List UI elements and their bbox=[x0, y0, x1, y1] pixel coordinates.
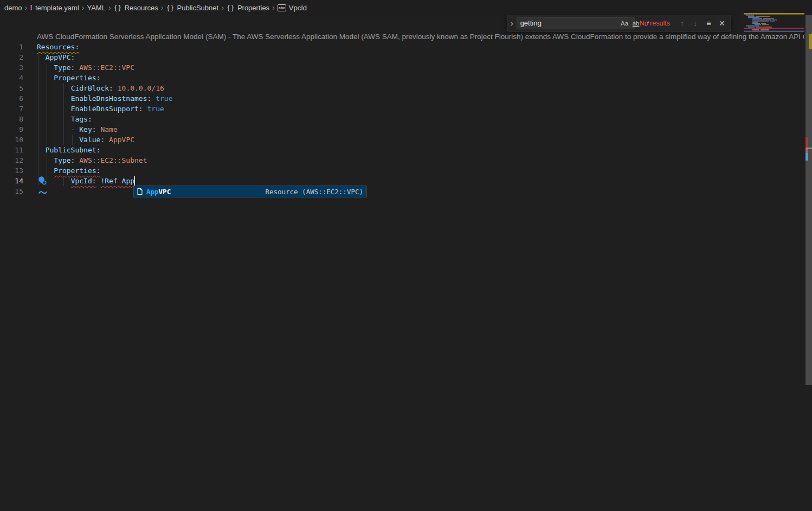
indent-guide bbox=[63, 124, 64, 135]
breadcrumb-separator: › bbox=[25, 4, 28, 11]
minimap[interactable] bbox=[744, 13, 804, 35]
breadcrumb-label: template.yaml bbox=[35, 4, 79, 12]
line-number[interactable]: 13 bbox=[0, 165, 23, 176]
find-input[interactable] bbox=[517, 18, 619, 29]
code-token bbox=[105, 136, 109, 144]
code-token bbox=[37, 74, 54, 82]
code-token: Value: bbox=[79, 136, 105, 144]
line-content: Type: AWS::EC2::VPC bbox=[37, 62, 134, 73]
toggle-replace-button[interactable]: › bbox=[507, 15, 517, 31]
indent-guide bbox=[63, 176, 64, 186]
line-number[interactable]: 8 bbox=[0, 114, 23, 124]
code-token: Resources: bbox=[37, 43, 79, 51]
code-token bbox=[37, 84, 71, 92]
indent-guide bbox=[38, 135, 38, 145]
code-line-12[interactable]: 12 Type: AWS::EC2::Subnet bbox=[0, 155, 804, 165]
symbol-string-icon: abc bbox=[278, 4, 286, 11]
fold-range-icon[interactable] bbox=[38, 190, 47, 194]
previous-match-icon[interactable]: ↑ bbox=[675, 19, 688, 28]
breadcrumb-item-vpcid[interactable]: abc VpcId bbox=[278, 4, 307, 12]
code-token bbox=[151, 94, 156, 103]
indent-guide bbox=[55, 176, 55, 186]
editor[interactable]: AWS CloudFormation Serverless Applicatio… bbox=[0, 15, 804, 511]
line-number[interactable]: 10 bbox=[0, 135, 23, 145]
breadcrumb-separator: › bbox=[221, 4, 224, 11]
indent-guide bbox=[63, 83, 64, 93]
code-line-7[interactable]: 7 EnableDnsSupport: true bbox=[0, 104, 804, 114]
code-line-2[interactable]: 2 AppVPC: bbox=[0, 52, 804, 62]
code-token: PublicSubnet: bbox=[46, 146, 101, 154]
breadcrumb-item-resources[interactable]: {} Resources bbox=[114, 4, 158, 12]
line-content: AppVPC: bbox=[37, 52, 75, 62]
code-line-15[interactable]: 15 bbox=[0, 186, 804, 196]
code-token bbox=[37, 115, 71, 123]
code-token bbox=[37, 136, 79, 144]
line-number[interactable]: 6 bbox=[0, 93, 23, 104]
line-number[interactable]: 7 bbox=[0, 104, 23, 114]
line-number[interactable]: 4 bbox=[0, 73, 23, 83]
code-token: AWS::EC2::VPC bbox=[79, 63, 134, 72]
line-number[interactable]: 5 bbox=[0, 83, 23, 93]
line-content: - Key: Name bbox=[37, 124, 118, 135]
suggest-item-appvpc[interactable]: AppVPC Resource (AWS::EC2::VPC) bbox=[134, 186, 366, 197]
line-content: VpcId: !Ref App bbox=[37, 176, 134, 186]
code-token: Type: bbox=[54, 63, 75, 72]
line-number[interactable]: 11 bbox=[0, 145, 23, 155]
breadcrumb-label: YAML bbox=[87, 4, 105, 12]
code-line-1[interactable]: 1Resources: bbox=[0, 42, 804, 52]
indent-guide bbox=[38, 145, 38, 155]
breadcrumb-item-yaml[interactable]: YAML bbox=[87, 4, 105, 12]
line-content: Value: AppVPC bbox=[37, 135, 134, 145]
indent-guide bbox=[63, 93, 64, 104]
regex-icon[interactable]: .* bbox=[642, 20, 653, 27]
next-match-icon[interactable]: ↓ bbox=[689, 19, 702, 28]
find-in-selection-icon[interactable]: ≡ bbox=[702, 19, 715, 28]
code-line-13[interactable]: 13 Properties: bbox=[0, 165, 804, 176]
code-line-10[interactable]: 10 Value: AppVPC bbox=[0, 135, 804, 145]
line-number[interactable]: 2 bbox=[0, 52, 23, 62]
line-number[interactable]: 9 bbox=[0, 124, 23, 135]
indent-guide bbox=[63, 104, 64, 114]
indent-guide bbox=[63, 135, 64, 145]
indent-guide bbox=[55, 124, 55, 135]
indent-guide bbox=[47, 135, 47, 145]
breadcrumb-item-demo[interactable]: demo bbox=[4, 4, 22, 12]
line-number[interactable]: 3 bbox=[0, 62, 23, 73]
code-line-14[interactable]: 14 VpcId: !Ref App bbox=[0, 176, 804, 186]
code-line-6[interactable]: 6 EnableDnsHostnames: true bbox=[0, 93, 804, 104]
line-number[interactable]: 12 bbox=[0, 155, 23, 165]
line-content: Resources: bbox=[37, 42, 79, 52]
code-token: AppVPC bbox=[109, 136, 134, 144]
code-line-11[interactable]: 11 PublicSubnet: bbox=[0, 145, 804, 155]
scrollbar-track[interactable] bbox=[805, 15, 812, 511]
code-line-4[interactable]: 4 Properties: bbox=[0, 73, 804, 83]
whole-word-icon[interactable]: ab bbox=[630, 20, 642, 27]
breadcrumb-item-template-yaml[interactable]: ! template.yaml bbox=[30, 3, 79, 12]
suggest-label: AppVPC bbox=[146, 188, 171, 196]
code-token: Key: bbox=[79, 125, 96, 133]
code-line-8[interactable]: 8 Tags: bbox=[0, 114, 804, 124]
line-number[interactable]: 14 bbox=[0, 176, 23, 186]
indent-guide bbox=[38, 124, 38, 135]
indent-guide bbox=[47, 114, 47, 124]
line-number[interactable]: 1 bbox=[0, 42, 23, 52]
code-line-3[interactable]: 3 Type: AWS::EC2::VPC bbox=[0, 62, 804, 73]
close-icon[interactable]: ✕ bbox=[716, 19, 729, 28]
scrollbar-thumb[interactable] bbox=[805, 15, 812, 385]
code-token bbox=[37, 167, 54, 175]
match-case-icon[interactable]: Aa bbox=[619, 20, 630, 27]
line-number[interactable]: 15 bbox=[0, 186, 23, 196]
indent-guide bbox=[38, 93, 38, 104]
code-token bbox=[113, 84, 118, 92]
breadcrumb-item-publicsubnet[interactable]: {} PublicSubnet bbox=[166, 4, 218, 12]
breadcrumb-item-properties[interactable]: {} Properties bbox=[227, 4, 269, 12]
lightbulb-icon[interactable] bbox=[37, 176, 47, 186]
overview-cursor-mark bbox=[805, 153, 808, 161]
code-line-5[interactable]: 5 CidrBlock: 10.0.0.0/16 bbox=[0, 83, 804, 93]
code-line-9[interactable]: 9 - Key: Name bbox=[0, 124, 804, 135]
line-content: EnableDnsSupport: true bbox=[37, 104, 164, 114]
indent-guide bbox=[55, 104, 55, 114]
indent-guide bbox=[72, 135, 73, 145]
code-token: AppVPC: bbox=[46, 53, 75, 61]
symbol-object-icon: {} bbox=[227, 4, 235, 12]
